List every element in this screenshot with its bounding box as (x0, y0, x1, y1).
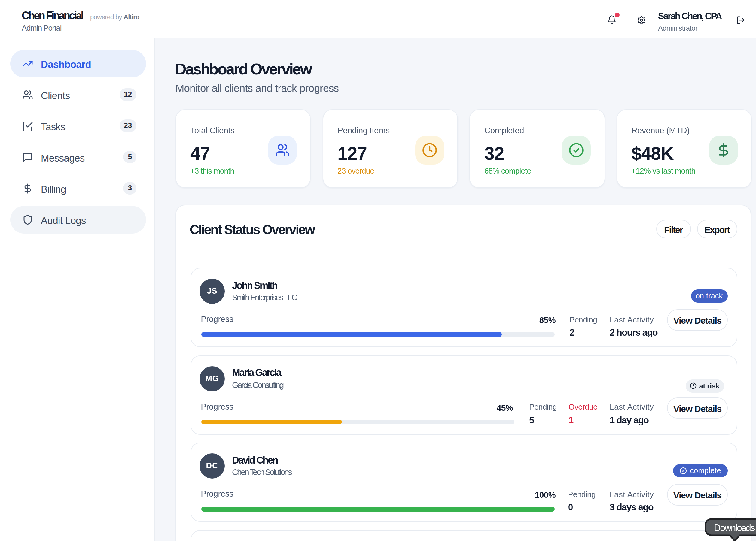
svg-text:Downloads: Downloads (714, 523, 755, 533)
